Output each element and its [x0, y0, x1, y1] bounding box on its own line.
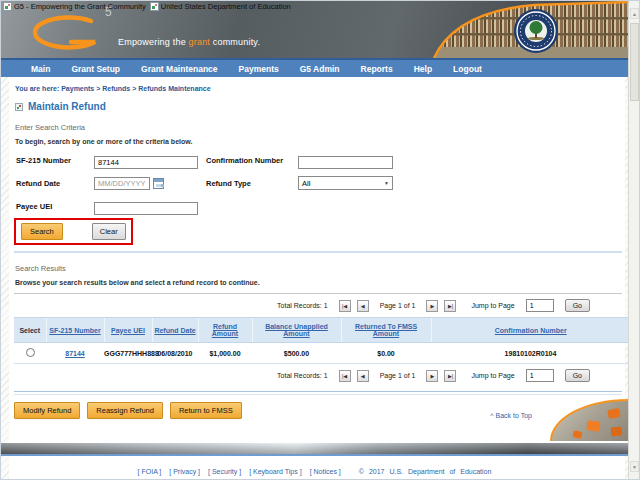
footer-metal-bar — [1, 443, 628, 456]
nav-item-g5-admin[interactable]: G5 Admin — [300, 64, 340, 74]
jump-to-page-label: Jump to Page — [471, 372, 514, 379]
breadcrumb-separator: > — [96, 85, 100, 92]
g5-logo-g — [25, 13, 115, 55]
col-header-balance-unapplied[interactable]: Balance Unapplied Amount — [265, 323, 328, 337]
nav-item-payments[interactable]: Payments — [239, 64, 279, 74]
alt-title-ed: United States Department of Education — [150, 2, 291, 11]
col-header-returned-fmss[interactable]: Returned To FMSS Amount — [355, 323, 417, 337]
section-divider — [14, 251, 622, 253]
page-title-bullet-icon — [15, 103, 23, 111]
previous-page-button[interactable]: ◀ — [357, 300, 369, 312]
page-indicator: Page 1 of 1 — [380, 372, 416, 379]
pagination-top: Total Records: 1 |◀ ◀ Page 1 of 1 ▶ ▶| J… — [14, 294, 622, 317]
footer-link-notices[interactable]: [ Notices ] — [310, 468, 341, 475]
col-header-sf215-number[interactable]: SF-215 Number — [49, 327, 100, 334]
balance-unapplied-cell: $500.00 — [252, 343, 341, 364]
last-page-button[interactable]: ▶| — [444, 300, 456, 312]
breadcrumb-link-payments[interactable]: Payments — [61, 85, 94, 92]
jump-to-page-input[interactable] — [526, 299, 554, 312]
breadcrumb-link-refunds[interactable]: Refunds — [102, 85, 130, 92]
chair-shape — [572, 430, 582, 439]
search-button[interactable]: Search — [21, 223, 63, 240]
vertical-scrollbar[interactable]: ▲ ▼ — [628, 1, 639, 479]
footer-link-keyboard-tips[interactable]: [ Keyboard Tips ] — [249, 468, 302, 475]
payee-uei-input[interactable] — [94, 202, 198, 215]
back-to-top-link[interactable]: ^ Back to Top — [490, 412, 532, 419]
breadcrumb-prefix: You are here: — [15, 85, 59, 92]
jump-to-page-label: Jump to Page — [471, 302, 514, 309]
reassign-refund-button[interactable]: Reassign Refund — [87, 402, 163, 419]
refund-type-select[interactable]: All ▼ — [298, 176, 393, 190]
col-header-refund-amount[interactable]: Refund Amount — [212, 323, 238, 337]
pagination-bottom: Total Records: 1 |◀ ◀ Page 1 of 1 ▶ ▶| J… — [14, 364, 622, 387]
go-button[interactable]: Go — [565, 299, 590, 312]
refund-date-input[interactable] — [94, 177, 150, 190]
footer-link-foia[interactable]: [ FOIA ] — [138, 468, 162, 475]
annotation-highlight-box: Search Clear — [14, 218, 133, 245]
total-records: Total Records: 1 — [277, 372, 328, 379]
modify-refund-button[interactable]: Modify Refund — [14, 402, 80, 419]
col-header-confirmation-number[interactable]: Confirmation Number — [495, 327, 567, 334]
table-row: 87144 GGG777HHH888 06/08/2010 $1,000.00 … — [14, 343, 628, 364]
sf215-number-input[interactable] — [94, 156, 198, 169]
first-page-button[interactable]: |◀ — [339, 300, 351, 312]
footer-link-security[interactable]: [ Security ] — [208, 468, 241, 475]
first-page-button[interactable]: |◀ — [339, 370, 351, 382]
previous-page-button[interactable]: ◀ — [357, 370, 369, 382]
actions-divider — [14, 391, 622, 395]
tagline-grant: grant — [189, 37, 211, 47]
scrollbar-thumb[interactable] — [630, 23, 639, 101]
page-indicator: Page 1 of 1 — [380, 302, 416, 309]
banner: G5 - Empowering the Grant Community Unit… — [1, 1, 628, 58]
refund-amount-cell: $1,000.00 — [198, 343, 252, 364]
footer: [ FOIA ] [ Privacy ] [ Security ] [ Keyb… — [1, 468, 628, 475]
chair-shape — [607, 408, 621, 419]
sf215-number-link[interactable]: 87144 — [65, 350, 84, 357]
window-title-right: United States Department of Education — [161, 2, 291, 11]
page-body: You are here: Payments > Refunds > Refun… — [1, 77, 628, 479]
breadcrumb: You are here: Payments > Refunds > Refun… — [15, 85, 622, 92]
last-page-button[interactable]: ▶| — [444, 370, 456, 382]
returned-fmss-cell: $0.00 — [341, 343, 431, 364]
payee-uei-label: Payee UEI — [16, 202, 94, 211]
broken-image-icon — [3, 2, 12, 11]
nav-item-help[interactable]: Help — [414, 64, 432, 74]
g5-application-window: G5 - Empowering the Grant Community Unit… — [0, 0, 640, 480]
window-title-left: G5 - Empowering the Grant Community — [14, 2, 146, 11]
browser-viewport: G5 - Empowering the Grant Community Unit… — [1, 1, 628, 479]
clear-button[interactable]: Clear — [92, 223, 126, 240]
col-header-payee-uei[interactable]: Payee UEI — [111, 327, 145, 334]
confirmation-number-input[interactable] — [298, 156, 393, 169]
footer-copyright: © 2017 U.S. Department of Education — [359, 468, 492, 475]
refund-date-label: Refund Date — [16, 179, 94, 188]
search-criteria-section-label: Enter Search Criteria — [15, 123, 622, 132]
jump-to-page-input[interactable] — [526, 369, 554, 382]
scroll-up-arrow-icon[interactable]: ▲ — [630, 8, 639, 19]
calendar-icon[interactable] — [153, 178, 164, 189]
footer-link-privacy[interactable]: [ Privacy ] — [169, 468, 200, 475]
search-instructions: To begin, search by one or more of the c… — [15, 138, 622, 145]
banner-tagline: Empowering the grant community. — [118, 37, 260, 47]
next-page-button[interactable]: ▶ — [426, 300, 438, 312]
nav-item-grant-setup[interactable]: Grant Setup — [71, 64, 120, 74]
nav-item-main[interactable]: Main — [31, 64, 50, 74]
tagline-post: community. — [210, 37, 260, 47]
results-instructions: Browse your search results below and sel… — [15, 279, 622, 286]
results-table: Select SF-215 Number Payee UEI Refund Da… — [14, 317, 628, 364]
alt-title-g5: G5 - Empowering the Grant Community — [3, 2, 146, 11]
next-page-button[interactable]: ▶ — [426, 370, 438, 382]
chair-shape — [611, 427, 623, 437]
col-header-refund-date[interactable]: Refund Date — [154, 327, 195, 334]
breadcrumb-separator: > — [132, 85, 136, 92]
nav-item-logout[interactable]: Logout — [453, 64, 482, 74]
content-area: You are here: Payments > Refunds > Refun… — [9, 77, 625, 479]
scroll-down-arrow-icon[interactable]: ▼ — [630, 461, 639, 472]
nav-item-grant-maintenance[interactable]: Grant Maintenance — [141, 64, 218, 74]
select-record-radio[interactable] — [26, 348, 35, 357]
confirmation-number-cell: 19810102R0104 — [431, 343, 628, 364]
nav-item-reports[interactable]: Reports — [361, 64, 393, 74]
go-button[interactable]: Go — [565, 369, 590, 382]
refund-type-label: Refund Type — [206, 179, 298, 188]
refund-type-selected-value: All — [302, 179, 310, 188]
return-to-fmss-button[interactable]: Return to FMSS — [170, 402, 242, 419]
